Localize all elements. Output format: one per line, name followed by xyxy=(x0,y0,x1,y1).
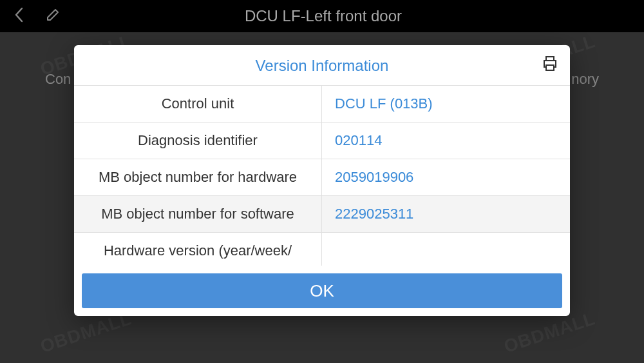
row-label: MB object number for software xyxy=(74,196,322,232)
back-icon[interactable] xyxy=(13,6,26,26)
row-label: Diagnosis identifier xyxy=(74,123,322,159)
row-value: DCU LF (013B) xyxy=(322,86,570,122)
edit-icon[interactable] xyxy=(45,7,61,25)
row-label: Hardware version (year/week/ xyxy=(74,233,322,266)
table-row: MB object number for software 2229025311 xyxy=(74,195,570,232)
page-title: DCU LF-Left front door xyxy=(80,7,567,25)
row-value: 2229025311 xyxy=(322,196,570,232)
version-info-dialog: Version Information Control unit DCU LF … xyxy=(74,45,570,316)
dialog-title: Version Information xyxy=(74,45,570,85)
info-rows: Control unit DCU LF (013B) Diagnosis ide… xyxy=(74,85,570,266)
table-row: Diagnosis identifier 020114 xyxy=(74,122,570,159)
dialog-footer: OK xyxy=(74,266,570,316)
row-value: 2059019906 xyxy=(322,159,570,195)
table-row: Hardware version (year/week/ xyxy=(74,232,570,266)
row-value xyxy=(322,233,570,266)
top-bar: DCU LF-Left front door xyxy=(0,0,644,32)
modal-overlay: Version Information Control unit DCU LF … xyxy=(0,32,644,363)
svg-rect-1 xyxy=(546,65,554,70)
table-row: Control unit DCU LF (013B) xyxy=(74,85,570,122)
dialog-title-text: Version Information xyxy=(256,57,389,74)
row-label: Control unit xyxy=(74,86,322,122)
row-value: 020114 xyxy=(322,123,570,159)
ok-button[interactable]: OK xyxy=(82,273,562,308)
row-label: MB object number for hardware xyxy=(74,159,322,195)
table-row: MB object number for hardware 2059019906 xyxy=(74,159,570,195)
print-icon[interactable] xyxy=(540,54,560,77)
